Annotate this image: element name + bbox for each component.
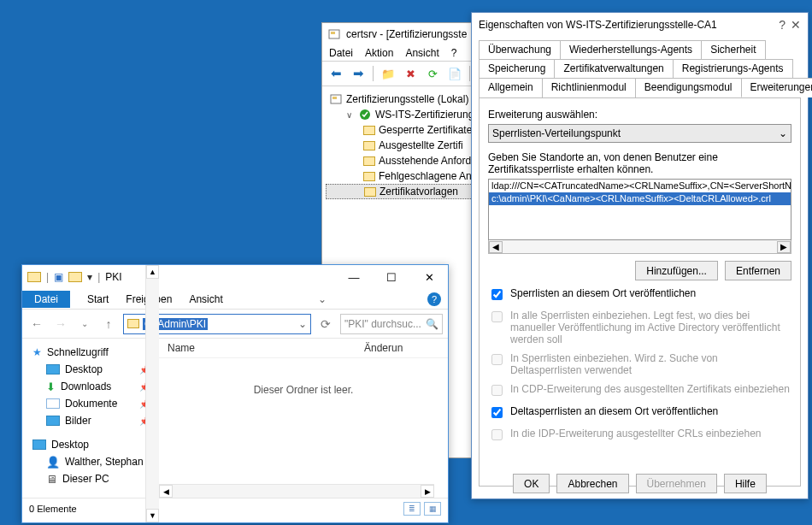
sidebar-item-downloads[interactable]: ⬇Downloads📌: [26, 378, 155, 395]
sidebar-item-user[interactable]: 👤Walther, Stephan: [26, 453, 155, 470]
props-titlebar[interactable]: Eigenschaften von WS-ITS-Zertifizierungs…: [472, 13, 808, 37]
close-icon[interactable]: ✕: [791, 18, 801, 32]
sidebar-item-thispc[interactable]: 🖥Dieser PC: [26, 470, 155, 487]
up-icon[interactable]: ↑: [99, 315, 118, 333]
tab-extensions[interactable]: Erweiterungen: [741, 78, 813, 97]
properties-icon[interactable]: ▣: [54, 271, 63, 283]
view-large-icon[interactable]: ▦: [424, 502, 441, 516]
sidebar-item-label: Desktop: [51, 439, 89, 451]
recent-icon[interactable]: ⌄: [75, 315, 94, 333]
tab-enrollment-agents[interactable]: Registrierungs-Agents: [673, 59, 793, 78]
tab-storage[interactable]: Speicherung: [479, 59, 555, 78]
scroll-right-icon[interactable]: ▶: [777, 241, 791, 253]
extension-select-label: Erweiterung auswählen:: [488, 109, 791, 121]
help-button[interactable]: Hilfe: [724, 474, 767, 493]
tab-general[interactable]: Allgemein: [479, 78, 543, 97]
ribbon-view[interactable]: Ansicht: [189, 293, 222, 305]
sidebar-item-pictures[interactable]: Bilder📌: [26, 412, 155, 429]
content-horizontal-scrollbar[interactable]: ◀▶: [159, 484, 434, 498]
tab-auditing[interactable]: Überwachung: [479, 40, 561, 59]
extension-dropdown-value: Sperrlisten-Verteilungspunkt: [492, 127, 621, 139]
help-icon[interactable]: ?: [427, 292, 441, 306]
menu-action[interactable]: Aktion: [365, 47, 393, 59]
checkbox[interactable]: [491, 289, 503, 300]
scroll-track[interactable]: [503, 240, 777, 253]
locations-listbox[interactable]: ldap:///CN=<CATruncatedName><CRLNameSuff…: [488, 179, 791, 240]
pc-icon: 🖥: [46, 473, 57, 486]
folder-icon: [127, 319, 139, 328]
close-icon[interactable]: ✕: [410, 265, 448, 289]
sidebar-quickaccess[interactable]: ★Schnellzugriff: [26, 344, 155, 361]
address-chevron-icon[interactable]: ⌄: [298, 318, 307, 330]
menu-view[interactable]: Ansicht: [405, 47, 438, 59]
view-details-icon[interactable]: ≣: [403, 502, 421, 516]
checkbox: [491, 354, 503, 365]
tab-exit-module[interactable]: Beendigungsmodul: [635, 78, 742, 97]
forward-icon[interactable]: →: [51, 315, 70, 333]
back-icon[interactable]: ←: [27, 315, 46, 333]
col-modified[interactable]: Änderun: [364, 342, 403, 354]
scroll-left-icon[interactable]: ◀: [489, 241, 503, 253]
folder-up-icon[interactable]: 📁: [378, 64, 398, 83]
menu-file[interactable]: Datei: [329, 47, 353, 59]
scroll-up-icon[interactable]: ▲: [146, 265, 159, 279]
remove-button[interactable]: Entfernen: [725, 261, 791, 280]
maximize-icon[interactable]: ☐: [373, 265, 410, 289]
tab-security[interactable]: Sicherheit: [701, 40, 765, 59]
refresh-icon[interactable]: ⟳: [422, 64, 443, 83]
tab-cert-management[interactable]: Zertifikatverwaltungen: [554, 59, 673, 78]
back-icon[interactable]: ⬅: [326, 64, 346, 83]
cancel-button[interactable]: Abbrechen: [556, 474, 628, 493]
scroll-left-icon[interactable]: ◀: [159, 485, 173, 498]
help-question-icon[interactable]: ?: [779, 18, 786, 32]
delete-icon[interactable]: ✖: [400, 64, 421, 83]
forward-icon[interactable]: ➡: [348, 64, 368, 83]
add-button[interactable]: Hinzufügen...: [635, 261, 718, 280]
search-box[interactable]: "PKI" durchsuc... 🔍: [340, 314, 443, 334]
explorer-nav: ← → ⌄ ↑ C:\Admin\PKI ⌄ ⟳ "PKI" durchsuc.…: [22, 310, 448, 339]
column-headers[interactable]: Name Änderun: [159, 339, 448, 358]
check-publish-delta[interactable]: Deltasperrlisten an diesem Ort veröffent…: [488, 405, 791, 421]
checkbox-label: In CDP-Erweiterung des ausgestellten Zer…: [510, 383, 790, 395]
refresh-icon[interactable]: ⟳: [316, 315, 335, 333]
qat-chevron-icon[interactable]: ▾: [87, 271, 92, 283]
export-icon[interactable]: 📄: [444, 64, 465, 83]
new-folder-icon[interactable]: [68, 272, 82, 282]
extension-dropdown[interactable]: Sperrlisten-Verteilungspunkt ⌄: [488, 124, 791, 143]
ok-button[interactable]: OK: [513, 474, 550, 493]
ribbon-start[interactable]: Start: [87, 293, 109, 305]
checkbox-label: Sperrlisten an diesem Ort veröffentliche…: [510, 287, 696, 299]
menu-help[interactable]: ?: [451, 47, 457, 59]
col-name[interactable]: Name: [168, 342, 364, 354]
list-item[interactable]: ldap:///CN=<CATruncatedName><CRLNameSuff…: [489, 180, 791, 192]
sidebar-desktop-root[interactable]: Desktop: [26, 436, 155, 453]
expand-icon[interactable]: ∨: [346, 110, 355, 120]
explorer-titlebar[interactable]: | ▣ ▾ | PKI — ☐ ✕: [22, 265, 448, 289]
list-horizontal-scrollbar[interactable]: ◀ ▶: [488, 240, 791, 254]
checkbox[interactable]: [491, 407, 503, 418]
minimize-icon[interactable]: —: [335, 265, 373, 289]
list-item[interactable]: c:\admin\PKI\<CaName><CRLNameSuffix><Del…: [489, 192, 791, 205]
scroll-down-icon[interactable]: ▼: [146, 509, 159, 522]
desktop-icon: [32, 439, 46, 450]
ca-ok-icon: [358, 108, 372, 121]
documents-icon: [46, 398, 60, 409]
sidebar-vertical-scrollbar[interactable]: ▲▼: [145, 265, 159, 522]
scroll-right-icon[interactable]: ▶: [421, 485, 434, 498]
sidebar-item-documents[interactable]: Dokumente📌: [26, 395, 155, 412]
tab-policy-module[interactable]: Richtlinienmodul: [542, 78, 636, 97]
folder-icon: [363, 126, 375, 135]
check-publish-crl[interactable]: Sperrlisten an diesem Ort veröffentliche…: [488, 287, 791, 303]
tab-recovery-agents[interactable]: Wiederherstellungs-Agents: [560, 40, 702, 59]
explorer-content[interactable]: Name Änderun Dieser Ordner ist leer. ◀▶: [159, 339, 448, 498]
tree-item-label: Ausstehende Anforde: [379, 155, 477, 167]
sidebar-item-label: Schnellzugriff: [47, 346, 109, 358]
check-include-all-crls: In alle Sperrlisten einbeziehen. Legt fe…: [488, 310, 791, 345]
sidebar-item-desktop[interactable]: Desktop📌: [26, 361, 155, 378]
checkbox-label: In alle Sperrlisten einbeziehen. Legt fe…: [510, 310, 791, 345]
ribbon-expand-icon[interactable]: ⌄: [318, 293, 327, 305]
folder-icon: [364, 187, 376, 197]
certsrv-icon: [327, 27, 341, 41]
ribbon-file[interactable]: Datei: [22, 291, 70, 308]
explorer-sidebar[interactable]: ★Schnellzugriff Desktop📌 ⬇Downloads📌 Dok…: [22, 339, 159, 498]
